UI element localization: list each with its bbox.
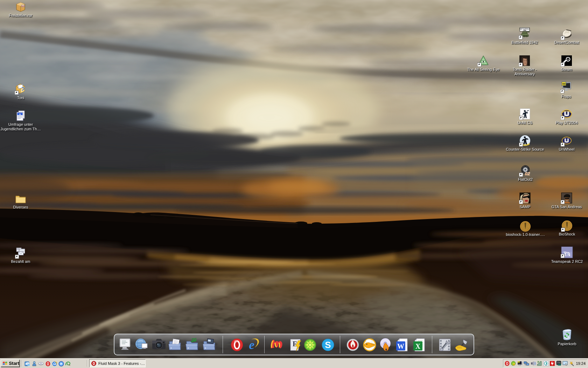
svg-text:02: 02 [525,171,530,176]
svg-text:RAR: RAR [21,5,24,7]
svg-text:61: 61 [559,362,561,363]
svg-text:e: e [249,338,254,352]
svg-text:99: 99 [562,82,566,86]
svg-text:S: S [325,340,331,350]
svg-text:F: F [293,340,297,348]
svg-text:X: X [415,342,421,350]
svg-text:W: W [19,113,21,115]
svg-text:W: W [397,342,404,350]
svg-text:99: 99 [517,361,519,363]
svg-text:1942: 1942 [523,29,526,31]
